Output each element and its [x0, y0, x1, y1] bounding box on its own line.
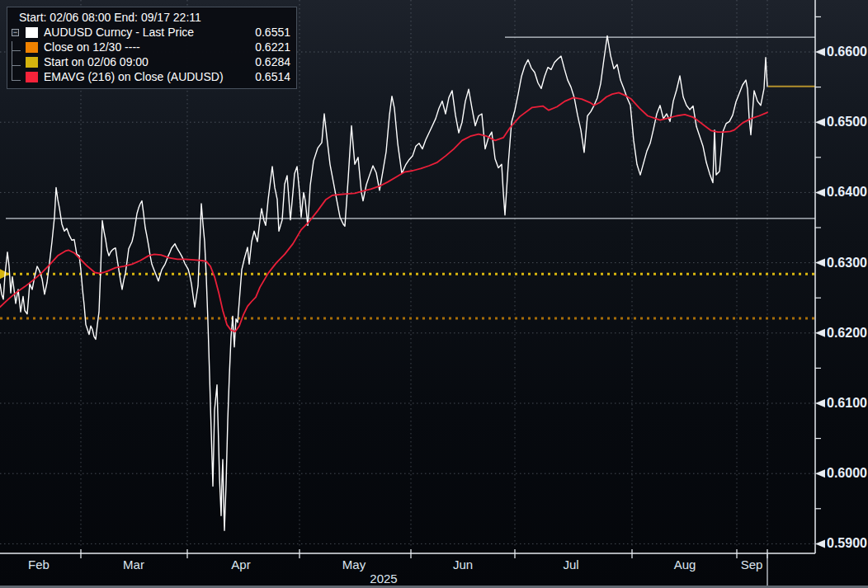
legend-swatch-icon — [26, 42, 38, 53]
y-axis-arrow-icon — [815, 329, 825, 337]
legend-item-0[interactable]: −AUDUSD Curncy - Last Price0.6551 — [11, 25, 290, 40]
legend-swatch-icon — [26, 57, 38, 68]
y-axis-arrow-icon — [815, 399, 825, 407]
y-axis-label: 0.6600 — [827, 45, 867, 59]
legend-tree-col: − — [11, 29, 26, 36]
legend-label: Start on 02/06 09:00 — [44, 54, 255, 69]
legend-swatch-icon — [26, 27, 38, 38]
x-axis-month-label: Jul — [563, 557, 578, 572]
y-axis-arrow-icon — [815, 118, 825, 126]
legend-swatch-icon — [26, 72, 38, 82]
x-axis-month-label: Mar — [123, 557, 144, 572]
y-axis-label: 0.5900 — [827, 536, 867, 550]
y-axis-label: 0.6000 — [827, 466, 867, 480]
y-axis-label: 0.6400 — [827, 185, 867, 199]
legend-value: 0.6221 — [255, 40, 290, 54]
x-axis-month-label: Apr — [231, 557, 250, 572]
x-axis-month-label: Feb — [28, 557, 50, 572]
legend-tree-stub — [12, 50, 21, 51]
legend-tree-stub — [12, 65, 21, 66]
price-chart-panel[interactable]: 0.66000.65000.64000.63000.62000.61000.60… — [0, 0, 868, 588]
y-axis-arrow-icon — [815, 539, 825, 548]
legend-tree-stub — [12, 80, 21, 81]
legend-label: AUDUSD Curncy - Last Price — [44, 25, 255, 40]
legend-item-1[interactable]: Close on 12/30 ----0.6221 — [11, 40, 290, 54]
x-axis-month-label: Sep — [741, 557, 763, 572]
y-axis-label: 0.6100 — [827, 396, 867, 410]
y-axis-label: 0.6500 — [827, 115, 867, 129]
y-axis-label: 0.6300 — [827, 256, 867, 270]
legend-label: EMAVG (216) on Close (AUDUSD) — [44, 69, 255, 84]
x-axis-month-label: Jun — [453, 557, 473, 572]
legend-item-3[interactable]: EMAVG (216) on Close (AUDUSD)0.6514 — [11, 69, 290, 84]
x-axis-year-label: 2025 — [370, 572, 397, 586]
legend-value: 0.6514 — [255, 69, 290, 84]
price-line — [0, 35, 767, 530]
y-axis-arrow-icon — [815, 188, 825, 196]
chart-legend: Start: 02/06 08:00 End: 09/17 22:11 −AUD… — [7, 7, 297, 89]
legend-value: 0.6551 — [255, 25, 290, 40]
x-axis-month-label: Aug — [674, 557, 696, 572]
legend-label: Close on 12/30 ---- — [44, 40, 255, 54]
legend-tree-connector — [12, 41, 12, 80]
tree-collapse-icon[interactable]: − — [12, 29, 19, 36]
legend-value: 0.6284 — [255, 54, 290, 69]
y-axis-arrow-icon — [815, 48, 825, 56]
emavg-line — [0, 92, 767, 332]
x-axis-month-label: May — [342, 557, 366, 572]
chart-range-label: Start: 02/06 08:00 End: 09/17 22:11 — [19, 10, 290, 25]
y-axis-arrow-icon — [815, 259, 825, 267]
legend-item-2[interactable]: Start on 02/06 09:000.6284 — [11, 54, 290, 69]
y-axis-label: 0.6200 — [827, 326, 867, 340]
y-axis-arrow-icon — [815, 469, 825, 477]
